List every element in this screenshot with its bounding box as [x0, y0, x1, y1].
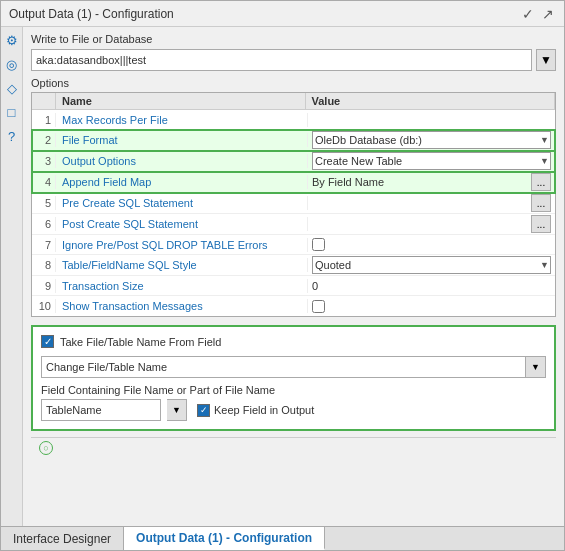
path-input[interactable]	[31, 49, 532, 71]
row-num: 10	[32, 299, 56, 313]
row-value: ...	[308, 214, 555, 234]
table-row: 7 Ignore Pre/Post SQL DROP TABLE Errors	[32, 235, 555, 255]
keep-field-label: Keep Field in Output	[214, 404, 314, 416]
row-num: 9	[32, 279, 56, 293]
row-value: Quoted ▼	[308, 255, 555, 275]
main-content: Write to File or Database ▼ Options Name…	[23, 27, 564, 526]
table-row: 1 Max Records Per File	[32, 110, 555, 130]
status-row: ○	[31, 437, 556, 457]
row-name: Pre Create SQL Statement	[56, 196, 308, 210]
change-file-select[interactable]: Change File/Table Name	[41, 356, 526, 378]
field-select-arrow[interactable]: ▼	[167, 399, 187, 421]
keep-field-row: ✓ Keep Field in Output	[197, 404, 314, 417]
row-name: Post Create SQL Statement	[56, 217, 308, 231]
table-row: 8 Table/FieldName SQL Style Quoted ▼	[32, 255, 555, 276]
row-value	[308, 299, 555, 314]
row-name: File Format	[56, 133, 308, 147]
keep-field-checkbox[interactable]: ✓	[197, 404, 210, 417]
show-transaction-checkbox[interactable]	[312, 300, 325, 313]
row-num: 5	[32, 196, 56, 210]
row-value: ...	[308, 193, 555, 213]
table-row: 10 Show Transaction Messages	[32, 296, 555, 316]
row-name: Ignore Pre/Post SQL DROP TABLE Errors	[56, 238, 308, 252]
diamond-icon[interactable]: ◇	[3, 79, 21, 97]
post-create-sql-btn[interactable]: ...	[531, 215, 551, 233]
circle-icon[interactable]: ◎	[3, 55, 21, 73]
file-format-select[interactable]: OleDb Database (db:)	[312, 131, 551, 149]
row-value: 0	[308, 279, 555, 293]
row-value	[308, 237, 555, 252]
settings-icon[interactable]: ⚙	[3, 31, 21, 49]
table-header: Name Value	[32, 93, 555, 110]
help-icon[interactable]: ?	[3, 127, 21, 145]
col-header-num	[32, 93, 56, 109]
table-row: 5 Pre Create SQL Statement ...	[32, 193, 555, 214]
tab-output-configuration[interactable]: Output Data (1) - Configuration	[124, 527, 325, 550]
col-header-value: Value	[306, 93, 556, 109]
row-num: 8	[32, 258, 56, 272]
table-row: 2 File Format OleDb Database (db:) ▼	[32, 130, 555, 151]
row-value: OleDb Database (db:) ▼	[308, 130, 555, 150]
green-box: ✓ Take File/Table Name From Field Change…	[31, 325, 556, 431]
row-value: By Field Name ...	[308, 172, 555, 192]
status-icon: ○	[39, 441, 53, 455]
row-name: Transaction Size	[56, 279, 308, 293]
path-dropdown-btn[interactable]: ▼	[536, 49, 556, 71]
row-value	[308, 119, 555, 121]
ignore-sql-checkbox[interactable]	[312, 238, 325, 251]
sql-style-select[interactable]: Quoted	[312, 256, 551, 274]
row-name: Max Records Per File	[56, 113, 308, 127]
bottom-tabs: Interface Designer Output Data (1) - Con…	[1, 526, 564, 550]
row-name: Show Transaction Messages	[56, 299, 308, 313]
row-name: Table/FieldName SQL Style	[56, 258, 308, 272]
row-num: 7	[32, 238, 56, 252]
row-name: Output Options	[56, 154, 308, 168]
take-name-label: Take File/Table Name From Field	[60, 336, 221, 348]
output-options-select[interactable]: Create New Table	[312, 152, 551, 170]
row-num: 6	[32, 217, 56, 231]
row-value: Create New Table ▼	[308, 151, 555, 171]
change-file-row: Change File/Table Name ▼	[41, 356, 546, 378]
tab-interface-designer[interactable]: Interface Designer	[1, 527, 124, 550]
path-row: ▼	[31, 49, 556, 71]
title-text: Output Data (1) - Configuration	[9, 7, 174, 21]
sidebar: ⚙ ◎ ◇ □ ?	[1, 27, 23, 526]
title-bar: Output Data (1) - Configuration ✓ ↗	[1, 1, 564, 27]
title-chevron-btn[interactable]: ✓	[520, 6, 536, 22]
table-row: 4 Append Field Map By Field Name ...	[32, 172, 555, 193]
append-field-map-btn[interactable]: ...	[531, 173, 551, 191]
pre-create-sql-btn[interactable]: ...	[531, 194, 551, 212]
change-file-arrow[interactable]: ▼	[526, 356, 546, 378]
row-num: 1	[32, 113, 56, 127]
window: Output Data (1) - Configuration ✓ ↗ ⚙ ◎ …	[0, 0, 565, 551]
row-num: 4	[32, 175, 56, 189]
row-num: 3	[32, 154, 56, 168]
take-name-row: ✓ Take File/Table Name From Field	[41, 335, 546, 348]
title-export-btn[interactable]: ↗	[540, 6, 556, 22]
options-label: Options	[31, 77, 556, 89]
table-row: 9 Transaction Size 0	[32, 276, 555, 296]
write-section-label: Write to File or Database	[31, 33, 556, 45]
field-containing-label: Field Containing File Name or Part of Fi…	[41, 384, 546, 396]
table-row: 3 Output Options Create New Table ▼	[32, 151, 555, 172]
row-num: 2	[32, 133, 56, 147]
options-table: Name Value 1 Max Records Per File 2 File…	[31, 92, 556, 317]
take-name-checkbox[interactable]: ✓	[41, 335, 54, 348]
field-containing-select[interactable]: TableName	[41, 399, 161, 421]
row-name: Append Field Map	[56, 175, 308, 189]
table-row: 6 Post Create SQL Statement ...	[32, 214, 555, 235]
col-header-name: Name	[56, 93, 306, 109]
field-row: TableName ▼ ✓ Keep Field in Output	[41, 399, 546, 421]
box-icon[interactable]: □	[3, 103, 21, 121]
